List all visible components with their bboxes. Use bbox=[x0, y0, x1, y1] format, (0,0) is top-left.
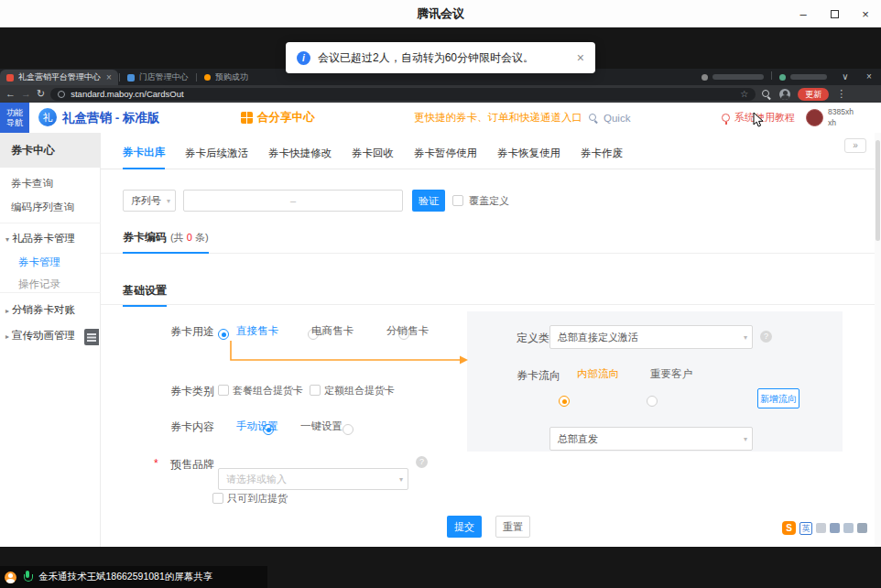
flow-vip-radio[interactable] bbox=[647, 396, 658, 407]
sidebar-group-label: 宣传动画管理 bbox=[12, 330, 75, 341]
reset-button[interactable]: 重置 bbox=[495, 516, 530, 538]
extension-s-icon[interactable]: S bbox=[782, 521, 796, 535]
quick-search[interactable]: Quick bbox=[588, 103, 630, 133]
banner-close-icon[interactable]: × bbox=[577, 50, 584, 65]
content-manual-label[interactable]: 手动设置 bbox=[236, 419, 278, 433]
serial-select[interactable]: 序列号 ▾ bbox=[123, 190, 176, 212]
tab-search-chevron-icon[interactable]: ∨ bbox=[833, 69, 857, 85]
usage-ecom-label[interactable]: 电商售卡 bbox=[311, 324, 353, 338]
browser-tab[interactable] bbox=[695, 70, 770, 85]
zoom-icon[interactable] bbox=[761, 89, 772, 100]
help-icon[interactable]: ? bbox=[416, 456, 428, 468]
override-checkbox[interactable] bbox=[452, 195, 463, 206]
tab-card-outbound[interactable]: 券卡出库 bbox=[123, 146, 165, 169]
user-info: 8385xh xh bbox=[828, 106, 854, 128]
tab-label: 预购成功 bbox=[215, 71, 248, 83]
tab-card-activate[interactable]: 券卡后续激活 bbox=[185, 147, 248, 169]
tab-card-void[interactable]: 券卡作废 bbox=[581, 147, 623, 169]
function-nav-button[interactable]: 功能 导航 bbox=[0, 103, 29, 133]
store-only-label[interactable]: 只可到店提货 bbox=[227, 492, 288, 506]
profile-icon[interactable] bbox=[779, 89, 790, 100]
tab-separator bbox=[196, 73, 197, 82]
content-onekey-label[interactable]: 一键设置 bbox=[300, 419, 343, 433]
filter-row: 序列号 ▾ – 验证 覆盖定义 bbox=[101, 190, 881, 213]
refresh-icon[interactable]: ↻ bbox=[37, 85, 45, 103]
flow-vip-label[interactable]: 重要客户 bbox=[650, 367, 692, 381]
close-button[interactable]: × bbox=[850, 0, 881, 27]
serial-range-input[interactable]: – bbox=[183, 190, 403, 212]
extension-icon[interactable] bbox=[857, 523, 867, 533]
category-combo-label[interactable]: 套餐组合提货卡 bbox=[233, 384, 303, 397]
tab-card-suspend[interactable]: 券卡暂停使用 bbox=[414, 147, 477, 169]
url-bar[interactable]: standard.maboy.cn/CardsOut ☆ bbox=[50, 88, 756, 101]
back-icon[interactable]: ← bbox=[5, 85, 16, 103]
tab-close-icon[interactable]: × bbox=[106, 72, 112, 82]
verify-button[interactable]: 验证 bbox=[412, 190, 445, 212]
scrollbar-thumb[interactable] bbox=[876, 140, 880, 241]
category-combo-checkbox[interactable] bbox=[218, 385, 229, 396]
flow-internal-radio[interactable] bbox=[559, 396, 570, 407]
tab-card-restore[interactable]: 券卡恢复使用 bbox=[497, 147, 560, 169]
tab-label-placeholder bbox=[790, 74, 827, 80]
browser-update-button[interactable]: 更新 bbox=[798, 88, 829, 101]
browser-tab[interactable]: 门店管理中心 bbox=[121, 70, 195, 85]
extension-icon[interactable] bbox=[843, 523, 854, 533]
sidebar-item-card-query[interactable]: 券卡查询 bbox=[0, 171, 101, 195]
maximize-button[interactable] bbox=[819, 0, 850, 27]
usage-direct-label[interactable]: 直接售卡 bbox=[236, 324, 278, 338]
sidebar-divider bbox=[0, 223, 101, 223]
sidebar-item-code-query[interactable]: 编码序列查询 bbox=[0, 195, 101, 219]
favicon-red bbox=[6, 74, 14, 82]
screen-share-bar: 金禾通技术王斌18662591081的屏幕共享 bbox=[0, 566, 267, 588]
collapse-button[interactable]: » bbox=[844, 138, 866, 153]
site-security-icon bbox=[58, 91, 65, 98]
add-flow-button[interactable]: 新增流向 bbox=[757, 388, 799, 408]
sidebar-drag-handle[interactable] bbox=[84, 329, 99, 345]
category-fixed-checkbox[interactable] bbox=[310, 385, 321, 396]
page-scrollbar[interactable] bbox=[875, 133, 881, 547]
browser-tab-active[interactable]: 礼盒营销平台管理中心 × bbox=[0, 70, 118, 85]
nav-label-line2: 导航 bbox=[6, 118, 23, 128]
extension-icon[interactable] bbox=[816, 523, 826, 533]
sidebar-divider bbox=[0, 292, 101, 293]
category-label: 券卡类别 bbox=[163, 384, 214, 399]
microphone-icon[interactable] bbox=[23, 571, 32, 583]
browser-tab[interactable] bbox=[773, 70, 833, 85]
share-center-link[interactable]: 合分享中心 bbox=[241, 103, 315, 133]
browser-menu-icon[interactable]: ⋮ bbox=[836, 85, 846, 103]
flow-internal-label[interactable]: 内部流向 bbox=[577, 367, 619, 381]
extension-toolbar: S 英 bbox=[782, 521, 867, 535]
maximize-icon bbox=[831, 10, 839, 18]
define-type-value: 总部直接定义激活 bbox=[558, 331, 638, 344]
help-icon[interactable]: ? bbox=[760, 331, 772, 343]
minimize-button[interactable]: – bbox=[788, 0, 819, 27]
bookmark-star-icon[interactable]: ☆ bbox=[740, 89, 748, 99]
browser-addressbar: ← → ↻ standard.maboy.cn/CardsOut ☆ 更新 ⋮ bbox=[0, 85, 881, 103]
sidebar-item-card-mgmt[interactable]: 券卡管理 bbox=[0, 250, 101, 274]
tabstrip-close-icon[interactable]: × bbox=[857, 69, 881, 85]
content-tabbar: 券卡出库 券卡后续激活 券卡快捷修改 券卡回收 券卡暂停使用 券卡恢复使用 券卡… bbox=[101, 142, 881, 169]
browser-tab[interactable]: 预购成功 bbox=[198, 70, 255, 85]
category-fixed-label[interactable]: 定额组合提货卡 bbox=[324, 384, 395, 397]
content-onekey-radio[interactable] bbox=[343, 424, 353, 435]
tab-card-quick-edit[interactable]: 券卡快捷修改 bbox=[268, 147, 332, 169]
define-type-select[interactable]: 总部直接定义激活 ▾ bbox=[549, 325, 753, 349]
sidebar-group-distribution[interactable]: ▸分销券卡对账 bbox=[0, 298, 101, 321]
submit-button[interactable]: 提交 bbox=[447, 516, 482, 538]
flow-select[interactable]: 总部直发 ▾ bbox=[549, 427, 753, 451]
nav-label-line1: 功能 bbox=[6, 108, 23, 118]
sidebar-group-gift-card[interactable]: ▾礼品券卡管理 bbox=[0, 226, 101, 250]
info-icon: i bbox=[297, 51, 310, 65]
store-only-checkbox[interactable] bbox=[212, 493, 223, 504]
translate-extension-icon[interactable]: 英 bbox=[799, 522, 812, 535]
tab-card-recycle[interactable]: 券卡回收 bbox=[352, 147, 394, 169]
usage-direct-radio[interactable] bbox=[218, 329, 229, 340]
shared-browser-screen: 礼盒营销平台管理中心 × 门店管理中心 预购成功 ∨ × ← bbox=[0, 69, 881, 547]
brand-select[interactable]: 请选择或输入 ▾ bbox=[218, 468, 408, 490]
tab-separator bbox=[771, 71, 772, 80]
required-mark: * bbox=[154, 457, 158, 470]
user-avatar[interactable] bbox=[806, 109, 823, 126]
usage-dist-label[interactable]: 分销售卡 bbox=[386, 324, 429, 338]
extension-icon[interactable] bbox=[830, 523, 840, 533]
forward-icon[interactable]: → bbox=[21, 85, 31, 103]
